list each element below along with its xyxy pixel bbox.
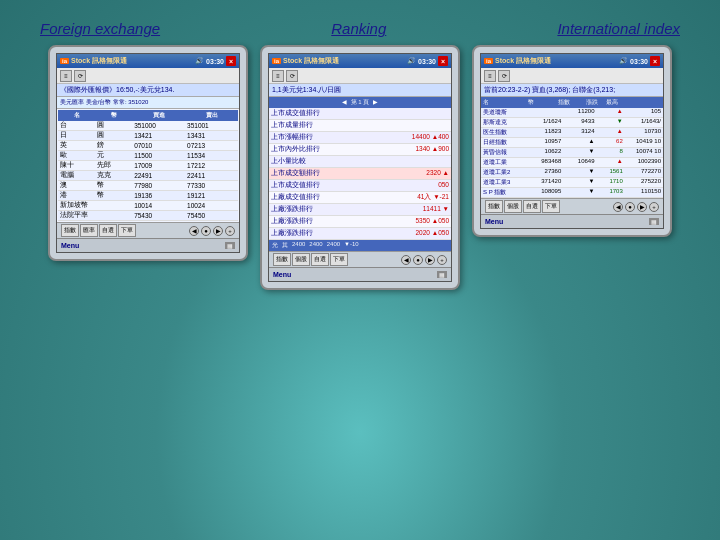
col-price: 幣 — [528, 98, 558, 107]
phone3-nav-index[interactable]: 指數 — [485, 200, 503, 213]
table-row: 陳十先郎1700917212 — [58, 161, 238, 171]
phone2-cbn1[interactable]: ◀ — [401, 255, 411, 265]
phone1-titlebar: ia Stock 訊格無限通 🔊 03:30 × — [57, 54, 239, 68]
phone2-bottom-nav: 指數 個股 自選 下單 — [273, 253, 348, 266]
phone3-cbtncenter[interactable]: ● — [625, 202, 635, 212]
phone1-logo: ia — [60, 58, 69, 64]
phone3-menu-icon[interactable]: ▦ — [649, 218, 659, 225]
intl-row[interactable]: 道瓊工業98346810649▲1002390 — [481, 158, 663, 168]
phone1-nav-index[interactable]: 指數 — [61, 224, 79, 237]
phone1-info-banner: 《國際外匯報價》16:50,-:美元兌134. — [57, 84, 239, 97]
phone3-bottom-toolbar: 指數 個股 自選 下單 ◀ ● ▶ + — [481, 198, 663, 214]
phone2-nav-order[interactable]: 下單 — [330, 253, 348, 266]
phone3-btn2[interactable]: ⟳ — [498, 70, 510, 82]
phone3-menu[interactable]: Menu — [485, 218, 503, 225]
international-index-label[interactable]: International index — [557, 20, 680, 37]
rank-item[interactable]: 上廠漲跌排行11411 ▼ — [269, 204, 451, 216]
phone2-cbn2[interactable]: ▶ — [425, 255, 435, 265]
phone2-menu[interactable]: Menu — [273, 271, 291, 278]
phone1-cbtncenter[interactable]: ● — [201, 226, 211, 236]
phone2-nav-custom[interactable]: 自選 — [311, 253, 329, 266]
phone2-prev-page[interactable]: ◀ — [342, 98, 347, 107]
phone1-btn2[interactable]: ⟳ — [74, 70, 86, 82]
phones-row: ia Stock 訊格無限通 🔊 03:30 × ≡ ⟳ 《國際外匯報價》16:… — [48, 45, 672, 290]
rank-item[interactable]: 上廠漲跌排行5350 ▲050 — [269, 216, 451, 228]
rank-item[interactable]: 上小量比較 — [269, 156, 451, 168]
status-chg: ▼-10 — [344, 241, 359, 250]
col-currency: 幣 — [95, 110, 132, 121]
phone1-screen: ia Stock 訊格無限通 🔊 03:30 × ≡ ⟳ 《國際外匯報價》16:… — [56, 53, 240, 253]
rank-item[interactable]: 上市內外比排行1340 ▲900 — [269, 144, 451, 156]
phone1-close[interactable]: × — [226, 56, 236, 66]
phone3-cbn2[interactable]: ▶ — [637, 202, 647, 212]
phone1-table: 名 幣 買進 賣出 台圓351000351001 日圓1342113431 英鎊… — [58, 110, 238, 221]
phone1-nav-exchange[interactable]: 匯率 — [80, 224, 98, 237]
phone3-menu-bar: Menu ▦ — [481, 214, 663, 228]
intl-row[interactable]: 美道瓊斯11200▲105 — [481, 108, 663, 118]
table-row: 英鎊0701007213 — [58, 141, 238, 151]
phone2-cbtncenter[interactable]: ● — [413, 255, 423, 265]
phone1-cbn2[interactable]: ▶ — [213, 226, 223, 236]
phone2-close[interactable]: × — [438, 56, 448, 66]
col-buy: 買進 — [132, 110, 185, 121]
phone3-cbn3[interactable]: + — [649, 202, 659, 212]
intl-row[interactable]: S P 指數108095▼1703110150 — [481, 188, 663, 198]
phone1-cbtn1[interactable]: ◀ — [189, 226, 199, 236]
phone2-toolbar: ≡ ⟳ — [269, 68, 451, 84]
phone3-nav-stock[interactable]: 個股 — [504, 200, 522, 213]
phone1-time: 03:30 — [206, 58, 224, 65]
phone2-btn1[interactable]: ≡ — [272, 70, 284, 82]
intl-row[interactable]: 日經指數10957▲6210419 10 — [481, 138, 663, 148]
intl-row[interactable]: 那斯達克1/16249433▼1/1643/ — [481, 118, 663, 128]
rank-item[interactable]: 上市成量排行 — [269, 120, 451, 132]
phone2-screen: ia Stock 訊格無限通 🔊 03:30 × ≡ ⟳ 1,1美元兌1:34.… — [268, 53, 452, 282]
phone2-btn2[interactable]: ⟳ — [286, 70, 298, 82]
phone3-nav-custom[interactable]: 自選 — [523, 200, 541, 213]
table-row: 澳幣7798077330 — [58, 181, 238, 191]
intl-row[interactable]: 道瓊工業3371420▼1710275220 — [481, 178, 663, 188]
col-idx: 指數 — [558, 98, 586, 107]
phone1-sound: 🔊 — [195, 57, 204, 65]
phone3-close[interactable]: × — [650, 56, 660, 66]
phone2-time: 03:30 — [418, 58, 436, 65]
phone3-cbn1[interactable]: ◀ — [613, 202, 623, 212]
table-row: 法院平率7543075450 — [58, 211, 238, 221]
intl-row[interactable]: 黃昏信報10622▼810074 10 — [481, 148, 663, 158]
phone1-menu[interactable]: Menu — [61, 242, 79, 249]
phone3-titlebar: ia Stock 訊格無限通 🔊 03:30 × — [481, 54, 663, 68]
rank-item[interactable]: 上市成交值排行 — [269, 108, 451, 120]
phone3-nav-order[interactable]: 下單 — [542, 200, 560, 213]
phone2-cbn3[interactable]: + — [437, 255, 447, 265]
status-other: 其 — [282, 241, 288, 250]
phone1-nav-custom[interactable]: 自選 — [99, 224, 117, 237]
rank-item[interactable]: 上市成交值排行050 — [269, 180, 451, 192]
phone2-nav-stock[interactable]: 個股 — [292, 253, 310, 266]
phone1-menu-icon[interactable]: ▦ — [225, 242, 235, 249]
phone2-menu-icon[interactable]: ▦ — [437, 271, 447, 278]
rank-item[interactable]: 上廠漲跌排行2020 ▲050 — [269, 228, 451, 240]
phone3-btn1[interactable]: ≡ — [484, 70, 496, 82]
ranking-label[interactable]: Ranking — [331, 20, 386, 37]
phone2-nav-index[interactable]: 指數 — [273, 253, 291, 266]
phone1-cbn3[interactable]: + — [225, 226, 235, 236]
phone2-menu-bar: Menu ▦ — [269, 267, 451, 281]
phone-ranking: ia Stock 訊格無限通 🔊 03:30 × ≡ ⟳ 1,1美元兌1:34.… — [260, 45, 460, 290]
rank-item[interactable]: 上市成交額排行2320 ▲ — [269, 168, 451, 180]
phone1-nav-order[interactable]: 下單 — [118, 224, 136, 237]
phone3-screen: ia Stock 訊格無限通 🔊 03:30 × ≡ ⟳ 當前20:23-2-2… — [480, 53, 664, 229]
phone-international-index: ia Stock 訊格無限通 🔊 03:30 × ≡ ⟳ 當前20:23-2-2… — [472, 45, 672, 237]
main-container: Foreign exchange Ranking International i… — [0, 0, 720, 290]
phone2-ranking-list: 上市成交值排行 上市成量排行 上市漲幅排行14400 ▲400 上市內外比排行1… — [269, 108, 451, 240]
phone2-bottom-toolbar: 指數 個股 自選 下單 ◀ ● ▶ + — [269, 251, 451, 267]
status-val2: 2400 — [309, 241, 322, 250]
intl-row[interactable]: 医生指數118233124▲10730 — [481, 128, 663, 138]
rank-item[interactable]: 上廠成交值排行41入 ▼-21 — [269, 192, 451, 204]
col-hi: 最高 — [606, 98, 636, 107]
phone1-btn1[interactable]: ≡ — [60, 70, 72, 82]
rank-item[interactable]: 上市漲幅排行14400 ▲400 — [269, 132, 451, 144]
table-row: 歐元1150011534 — [58, 151, 238, 161]
intl-row[interactable]: 道瓊工業227360▼1561772270 — [481, 168, 663, 178]
phone2-next-page[interactable]: ▶ — [373, 98, 378, 107]
table-row: 電腦克克2249122411 — [58, 171, 238, 181]
foreign-exchange-label[interactable]: Foreign exchange — [40, 20, 160, 37]
